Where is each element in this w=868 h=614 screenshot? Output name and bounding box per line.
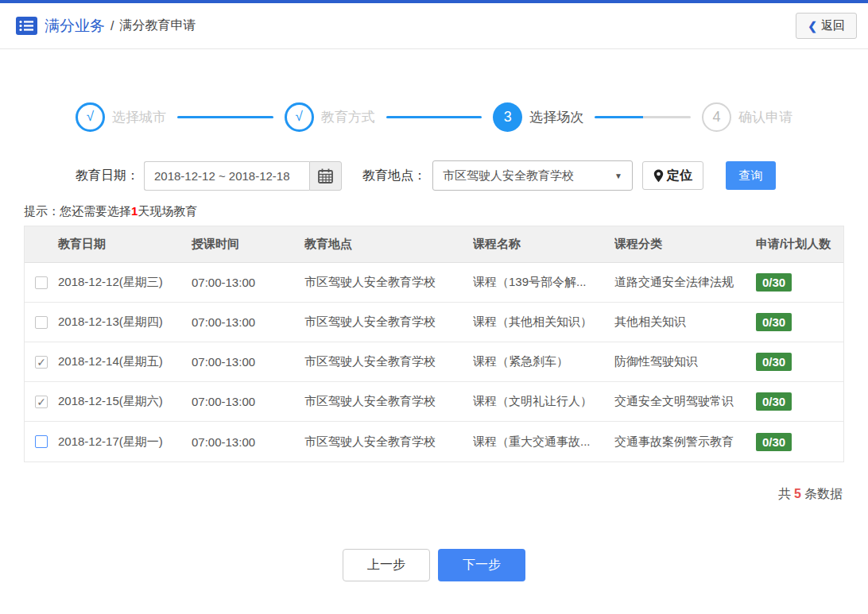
cell-date: 2018-12-15(星期六) [58,394,192,409]
col-header-count: 申请/计划人数 [756,237,843,252]
locate-button[interactable]: 定位 [642,161,703,190]
chevron-left-icon: ❮ [808,20,817,33]
query-button[interactable]: 查询 [726,161,776,190]
step-connector [386,116,482,118]
previous-step-button[interactable]: 上一步 [343,549,430,581]
step-4-circle: 4 [702,102,731,132]
count-badge: 0/30 [756,353,792,371]
cell-place: 市区驾驶人安全教育学校 [304,275,473,290]
step-3-label: 选择场次 [529,108,583,126]
step-4-label: 确认申请 [738,108,792,126]
col-header-date: 教育日期 [58,237,192,252]
table-row: 2018-12-12(星期三) 07:00-13:00 市区驾驶人安全教育学校 … [25,263,843,303]
step-select-session: 3 选择场次 [493,102,583,132]
cell-place: 市区驾驶人安全教育学校 [304,394,473,409]
row-checkbox[interactable] [35,276,48,289]
cell-time: 07:00-13:00 [192,435,304,449]
calendar-button[interactable] [309,161,342,191]
step-indicator: √ 选择城市 √ 教育方式 3 选择场次 4 确认申请 [0,102,868,132]
hint-suffix: 天现场教育 [138,204,197,218]
locate-button-label: 定位 [667,168,692,184]
row-checkbox[interactable]: ✓ [35,356,48,369]
cell-category: 交通事故案例警示教育 [614,434,756,450]
cell-time: 07:00-13:00 [192,315,304,329]
cell-category: 其他相关知识 [614,315,756,330]
count-badge: 0/30 [756,313,792,331]
date-range-input[interactable] [144,161,309,191]
cell-course: 课程（139号部令解... [473,275,614,290]
table-row: ✓ 2018-12-14(星期五) 07:00-13:00 市区驾驶人安全教育学… [25,342,843,382]
date-range-group [144,161,342,191]
cell-date: 2018-12-14(星期五) [58,354,192,369]
cell-category: 交通安全文明驾驶常识 [614,394,756,409]
cell-date: 2018-12-17(星期一) [58,434,192,450]
cell-place: 市区驾驶人安全教育学校 [304,354,473,369]
cell-time: 07:00-13:00 [192,355,304,369]
row-checkbox[interactable]: ✓ [35,396,48,408]
location-select[interactable]: 市区驾驶人安全教育学校 ▼ [432,160,633,191]
step-connector [177,116,273,118]
record-count: 共5条数据 [0,486,843,503]
count-badge: 0/30 [756,273,792,292]
col-header-category: 课程分类 [614,237,756,252]
hint-prefix: 提示：您还需要选择 [24,204,131,218]
row-checkbox[interactable] [35,435,48,448]
table-row: 2018-12-17(星期一) 07:00-13:00 市区驾驶人安全教育学校 … [25,422,843,461]
col-header-place: 教育地点 [304,237,473,252]
cell-course: 课程（紧急刹车） [473,354,614,369]
location-pin-icon [653,169,664,183]
back-button-label: 返回 [821,18,845,33]
cell-course: 课程（文明礼让行人） [473,394,614,409]
step-education-mode: √ 教育方式 [285,102,375,132]
hint-text: 提示：您还需要选择1天现场教育 [24,204,868,219]
record-count-suffix: 条数据 [804,487,843,500]
breadcrumb-separator: / [110,19,114,33]
wizard-footer: 上一步 下一步 [0,549,868,581]
date-label: 教育日期： [76,168,139,184]
breadcrumb-secondary: 满分教育申请 [119,17,196,34]
cell-time: 07:00-13:00 [192,395,304,408]
step-3-circle: 3 [493,102,522,132]
count-badge: 0/30 [756,392,792,411]
count-badge: 0/30 [756,433,792,451]
step-confirm-application: 4 确认申请 [702,102,792,132]
step-connector [595,116,691,118]
location-label: 教育地点： [362,168,426,184]
chevron-down-icon: ▼ [614,172,622,180]
cell-category: 防御性驾驶知识 [614,354,756,369]
col-header-time: 授课时间 [192,237,304,252]
cell-place: 市区驾驶人安全教育学校 [304,434,473,450]
calendar-icon [318,168,333,183]
cell-time: 07:00-13:00 [192,276,304,289]
record-count-prefix: 共 [778,487,791,500]
step-2-label: 教育方式 [321,108,375,126]
step-1-circle: √ [76,102,105,132]
step-select-city: √ 选择城市 [76,102,166,132]
cell-date: 2018-12-13(星期四) [58,315,192,330]
back-button[interactable]: ❮ 返回 [796,13,857,39]
list-icon [16,17,37,35]
step-2-circle: √ [285,102,314,132]
page-header: 满分业务 / 满分教育申请 ❮ 返回 [0,3,868,49]
col-header-course: 课程名称 [473,237,614,252]
table-header-row: 教育日期 授课时间 教育地点 课程名称 课程分类 申请/计划人数 [25,226,843,263]
step-1-label: 选择城市 [112,108,166,126]
row-checkbox[interactable] [35,316,48,329]
cell-date: 2018-12-12(星期三) [58,275,192,290]
cell-place: 市区驾驶人安全教育学校 [304,315,473,330]
table-row: ✓ 2018-12-15(星期六) 07:00-13:00 市区驾驶人安全教育学… [25,382,843,422]
breadcrumb-primary[interactable]: 满分业务 [45,16,105,37]
filter-bar: 教育日期： 教育地点： 市区驾驶人安全教育学校 ▼ 定位 查询 [76,160,868,191]
cell-category: 道路交通安全法律法规 [614,275,756,290]
cell-course: 课程（重大交通事故... [473,434,614,450]
location-select-value: 市区驾驶人安全教育学校 [443,168,574,183]
cell-course: 课程（其他相关知识） [473,315,614,330]
record-count-number: 5 [794,487,801,500]
session-table: 教育日期 授课时间 教育地点 课程名称 课程分类 申请/计划人数 2018-12… [24,226,844,462]
table-row: 2018-12-13(星期四) 07:00-13:00 市区驾驶人安全教育学校 … [25,303,843,342]
next-step-button[interactable]: 下一步 [438,549,525,581]
